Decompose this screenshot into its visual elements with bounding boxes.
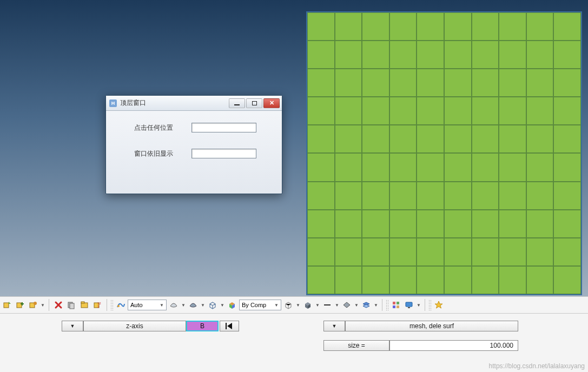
mesh-cell[interactable] <box>307 266 335 294</box>
mesh-cell[interactable] <box>526 12 554 41</box>
mesh-cell[interactable] <box>526 153 554 181</box>
wireframe-dropdown[interactable]: ▼ <box>220 303 225 308</box>
mesh-cell[interactable] <box>335 125 362 153</box>
mesh-cell[interactable] <box>499 97 526 125</box>
wireframe-cube-button[interactable] <box>207 299 219 311</box>
favorite-button[interactable] <box>433 299 445 311</box>
mesh-cell[interactable] <box>499 69 526 97</box>
mesh-cell[interactable] <box>472 97 499 125</box>
import-model-button[interactable] <box>27 299 39 311</box>
mesh-cell[interactable] <box>307 97 335 125</box>
mesh-cell[interactable] <box>444 41 472 69</box>
mesh-cell[interactable] <box>472 182 499 210</box>
mesh-cell[interactable] <box>553 182 581 210</box>
shaded-dropdown[interactable]: ▼ <box>181 303 186 308</box>
edges-dropdown[interactable]: ▼ <box>334 303 340 308</box>
mesh-cell[interactable] <box>553 69 581 97</box>
size-value-field[interactable]: 100.000 <box>389 340 518 351</box>
mesh-cell[interactable] <box>444 69 472 97</box>
mesh-cell[interactable] <box>335 69 362 97</box>
solid-cube-button[interactable] <box>302 299 314 311</box>
mesh-cell[interactable] <box>307 69 335 97</box>
mesh-cell[interactable] <box>335 182 362 210</box>
mesh-cell[interactable] <box>389 125 417 153</box>
import-dropdown[interactable]: ▼ <box>40 303 45 308</box>
mesh-cell[interactable] <box>499 12 526 41</box>
dialog-titlebar[interactable]: H 顶层窗口 ✕ <box>106 96 282 111</box>
mesh-cell[interactable] <box>417 97 444 125</box>
auto-color-icon[interactable] <box>115 299 127 311</box>
mesh-cell[interactable] <box>472 69 499 97</box>
mesh-grid[interactable] <box>306 11 582 295</box>
mesh-cell[interactable] <box>362 69 389 97</box>
mesh-cell[interactable] <box>472 12 499 41</box>
mesh-cell[interactable] <box>553 41 581 69</box>
mesh-cell[interactable] <box>389 266 417 294</box>
mesh-cell[interactable] <box>444 153 472 181</box>
mesh-cell[interactable] <box>335 266 362 294</box>
mesh-cell[interactable] <box>444 182 472 210</box>
mesh-cell[interactable] <box>553 238 581 266</box>
import-solids-button[interactable] <box>1 299 13 311</box>
mesh-cell[interactable] <box>472 41 499 69</box>
mesh-cell[interactable] <box>472 153 499 181</box>
shaded-mesh-button[interactable] <box>187 299 199 311</box>
mesh-cell[interactable] <box>553 266 581 294</box>
mesh-cell[interactable] <box>444 210 472 238</box>
mesh-cell[interactable] <box>417 238 444 266</box>
mesh-cell[interactable] <box>307 12 335 41</box>
mesh-cell[interactable] <box>417 69 444 97</box>
import-geometry-button[interactable] <box>14 299 26 311</box>
mesh-cell[interactable] <box>362 153 389 181</box>
command-dropdown[interactable]: ▼ <box>323 321 345 331</box>
mesh-cell[interactable] <box>526 125 554 153</box>
mesh-cell[interactable] <box>335 238 362 266</box>
viewport-3d[interactable]: H 顶层窗口 ✕ 点击任何位置 窗口依旧显示 <box>0 0 588 296</box>
solid-dropdown[interactable]: ▼ <box>315 303 320 308</box>
auto-select[interactable]: Auto ▼ <box>128 300 167 310</box>
mesh-cell[interactable] <box>389 12 417 41</box>
mesh-cell[interactable] <box>417 125 444 153</box>
mesh-cell[interactable] <box>362 266 389 294</box>
mesh-cell[interactable] <box>389 238 417 266</box>
delete-button[interactable] <box>52 299 64 311</box>
mesh-cell[interactable] <box>335 210 362 238</box>
shaded-button[interactable] <box>168 299 180 311</box>
mesh-cell[interactable] <box>499 182 526 210</box>
mesh-cell[interactable] <box>499 153 526 181</box>
mesh-cell[interactable] <box>417 266 444 294</box>
renumber-button[interactable]: 123 <box>91 299 103 311</box>
shaded-mesh-dropdown[interactable]: ▼ <box>200 303 206 308</box>
mesh-cell[interactable] <box>307 210 335 238</box>
mesh-cell[interactable] <box>526 266 554 294</box>
mesh-cell[interactable] <box>472 266 499 294</box>
mesh-cell[interactable] <box>389 97 417 125</box>
layers-button[interactable] <box>360 299 372 311</box>
feature-lines-button[interactable] <box>341 299 353 311</box>
axis-dropdown[interactable]: ▼ <box>62 321 83 331</box>
color-cube-button[interactable] <box>226 299 238 311</box>
mesh-cell[interactable] <box>307 125 335 153</box>
mesh-cell[interactable] <box>499 210 526 238</box>
mesh-cell[interactable] <box>472 125 499 153</box>
mesh-cell[interactable] <box>553 12 581 41</box>
mesh-cell[interactable] <box>307 182 335 210</box>
field2-input[interactable] <box>191 149 256 158</box>
mesh-cell[interactable] <box>307 153 335 181</box>
mesh-cell[interactable] <box>417 182 444 210</box>
maximize-button[interactable] <box>246 98 262 108</box>
mesh-cell[interactable] <box>444 238 472 266</box>
mesh-cell[interactable] <box>526 69 554 97</box>
mesh-cell[interactable] <box>417 12 444 41</box>
mesh-cell[interactable] <box>526 210 554 238</box>
mesh-cell[interactable] <box>526 97 554 125</box>
mesh-cell[interactable] <box>389 210 417 238</box>
field1-input[interactable] <box>191 123 256 132</box>
mesh-cell[interactable] <box>417 153 444 181</box>
mesh-cell[interactable] <box>499 266 526 294</box>
mesh-cell[interactable] <box>417 210 444 238</box>
toolbar-grip-3[interactable] <box>428 300 432 310</box>
mesh-cell[interactable] <box>499 238 526 266</box>
close-button[interactable]: ✕ <box>263 98 280 108</box>
card-button[interactable] <box>65 299 77 311</box>
